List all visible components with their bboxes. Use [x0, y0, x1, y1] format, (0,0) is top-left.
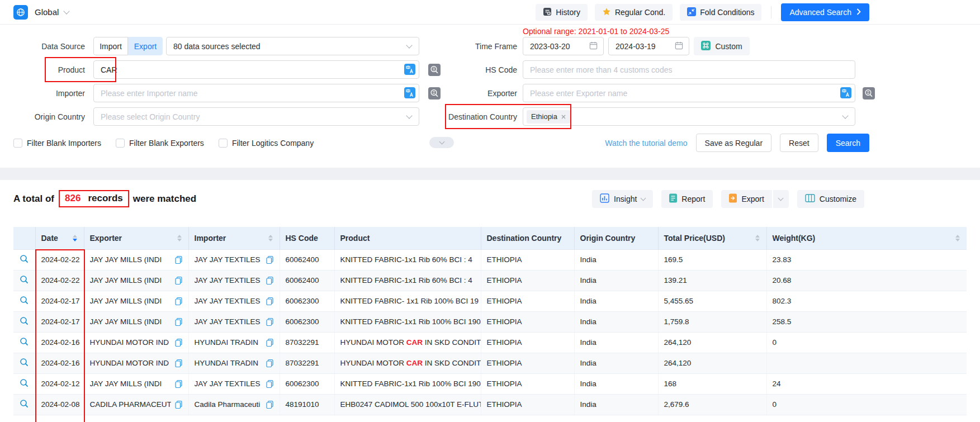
row-detail-search-icon[interactable] [20, 399, 29, 408]
filter-blank-importers-checkbox[interactable] [13, 139, 22, 148]
product-cell: KNITTED FABRIC-1x1 Rib 100% BCI 190 [334, 311, 481, 332]
search-panel: Optional range: 2021-01-01 to 2024-03-25… [0, 25, 980, 168]
row-detail-search-icon[interactable] [20, 358, 29, 367]
copy-icon[interactable] [266, 400, 274, 409]
exporter-cell: JAY JAY MILLS (INDI [84, 373, 188, 394]
fold-conditions-button[interactable]: Fold Conditions [680, 4, 761, 21]
row-detail-search-icon[interactable] [20, 337, 29, 346]
data-source-label: Data Source [13, 42, 85, 51]
copy-icon[interactable] [266, 380, 274, 388]
origin-cell: India [574, 249, 658, 270]
save-as-regular-button[interactable]: Save as Regular [696, 134, 772, 152]
sort-exporter[interactable] [176, 234, 183, 243]
table-row: 2024-02-16 HYUNDAI MOTOR IND HYUNDAI TRA… [13, 353, 967, 373]
regular-cond-button[interactable]: Regular Cond. [595, 4, 673, 21]
copy-icon[interactable] [266, 317, 274, 326]
reset-button[interactable]: Reset [780, 134, 818, 152]
start-date-input[interactable]: 2023-03-20 [523, 37, 604, 55]
remove-tag-icon[interactable] [561, 112, 566, 121]
highlighted-keyword: CAR [406, 359, 423, 367]
customize-button[interactable]: Customize [797, 190, 864, 208]
product-input[interactable] [93, 60, 419, 79]
regular-cond-label: Regular Cond. [615, 8, 665, 17]
translate-icon[interactable] [404, 87, 415, 98]
copy-icon[interactable] [266, 359, 274, 368]
calendar-icon [589, 41, 598, 51]
copy-icon[interactable] [174, 317, 183, 326]
product-cell: KNITTED FABRIC-1x1 Rib 60% BCI : 4 [334, 249, 481, 270]
advanced-search-label: Advanced Search [789, 8, 851, 17]
history-button[interactable]: History [536, 4, 588, 21]
row-detail-search-icon[interactable] [20, 378, 29, 387]
data-sources-value: 80 data sources selected [173, 42, 261, 51]
row-detail-search-icon[interactable] [20, 296, 29, 305]
destination-country-select[interactable]: Ethiopia [523, 107, 855, 126]
total-price-cell: 5,455.65 [658, 291, 766, 311]
data-source-toggle: Import Export [93, 37, 163, 55]
hs-code-input[interactable] [523, 60, 855, 79]
export-button[interactable]: Export [721, 190, 771, 208]
exact-match-icon[interactable] [428, 64, 441, 76]
table-row: 2024-02-12 JAY JAY MILLS (INDI JAY JAY T… [13, 373, 967, 394]
command-icon [701, 41, 711, 52]
custom-range-button[interactable]: Custom [694, 37, 750, 55]
date-cell: 2024-02-22 [35, 249, 84, 270]
row-detail-search-icon[interactable] [20, 254, 29, 263]
copy-icon[interactable] [174, 359, 183, 368]
search-button[interactable]: Search [827, 134, 869, 152]
sort-total-price[interactable] [754, 234, 761, 243]
importer-input[interactable] [93, 84, 419, 102]
globe-logo-icon[interactable] [13, 5, 28, 20]
filter-logistics-company-checkbox[interactable] [219, 139, 228, 148]
report-icon [669, 193, 677, 205]
copy-icon[interactable] [266, 255, 274, 264]
export-toggle-button[interactable]: Export [128, 37, 163, 55]
import-toggle-button[interactable]: Import [93, 37, 128, 55]
copy-icon[interactable] [174, 400, 183, 409]
total-price-cell: 264,120 [658, 332, 766, 353]
origin-country-select[interactable]: Please select Origin Country [93, 107, 419, 126]
origin-cell: India [574, 311, 658, 332]
exact-match-icon[interactable] [428, 87, 441, 99]
copy-icon[interactable] [266, 338, 274, 347]
tutorial-link[interactable]: Watch the tutorial demo [605, 139, 687, 148]
total-price-cell: 2,679.6 [658, 394, 766, 415]
origin-cell: India [574, 291, 658, 311]
region-selector[interactable]: Global [35, 7, 69, 17]
translate-icon[interactable] [840, 87, 851, 98]
filter-blank-exporters-checkbox[interactable] [116, 139, 125, 148]
weight-cell: 23.83 [766, 249, 967, 270]
destination-cell: ETHIOPIA [481, 270, 574, 291]
collapse-conditions-button[interactable] [429, 137, 454, 148]
translate-icon[interactable] [404, 64, 415, 75]
copy-icon[interactable] [174, 297, 183, 306]
exporter-input[interactable] [523, 84, 855, 102]
sort-date[interactable] [72, 234, 78, 243]
copy-icon[interactable] [174, 338, 183, 347]
sort-importer[interactable] [267, 234, 274, 243]
end-date-input[interactable]: 2024-03-19 [608, 37, 689, 55]
fold-conditions-label: Fold Conditions [700, 8, 754, 17]
history-label: History [556, 8, 580, 17]
copy-icon[interactable] [266, 297, 274, 306]
start-date-value: 2023-03-20 [530, 42, 570, 51]
row-detail-search-icon[interactable] [20, 316, 29, 325]
copy-icon[interactable] [174, 380, 183, 388]
copy-icon[interactable] [266, 276, 274, 285]
destination-tag-label: Ethiopia [531, 112, 557, 121]
copy-icon[interactable] [174, 255, 183, 264]
product-cell: KNITTED FABRIC-1x1 Rib 100% BCI 190 [334, 373, 481, 394]
table-row: 2024-02-17 JAY JAY MILLS (INDI JAY JAY T… [13, 311, 967, 332]
customize-columns-icon [805, 194, 815, 204]
exact-match-icon[interactable] [863, 87, 875, 99]
copy-icon[interactable] [174, 276, 183, 285]
results-section: A total of 826 records were matched Insi… [0, 180, 980, 422]
calendar-icon [675, 41, 683, 51]
insight-button[interactable]: Insight [592, 190, 653, 208]
export-options-button[interactable] [773, 190, 789, 208]
sort-weight[interactable] [954, 234, 961, 243]
data-sources-select[interactable]: 80 data sources selected [166, 37, 419, 55]
advanced-search-button[interactable]: Advanced Search [781, 3, 869, 21]
report-button[interactable]: Report [661, 190, 713, 208]
row-detail-search-icon[interactable] [20, 275, 29, 284]
